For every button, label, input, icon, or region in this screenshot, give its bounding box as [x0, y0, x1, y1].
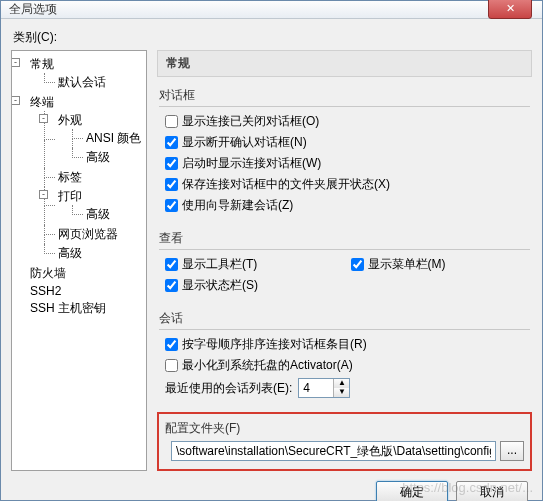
checkbox-label: 显示连接已关闭对话框(O): [182, 113, 319, 130]
expand-icon[interactable]: -: [11, 58, 20, 67]
tree-item-appearance[interactable]: 外观: [58, 113, 82, 127]
checkbox-label: 启动时显示连接对话框(W): [182, 155, 321, 172]
tree-item-advanced[interactable]: 高级: [86, 207, 110, 221]
tree-item-general[interactable]: 常规: [30, 57, 54, 71]
checkbox-show-toolbar[interactable]: [165, 258, 178, 271]
global-options-dialog: 全局选项 ✕ 类别(C): -常规 默认会话 -终端 -外观 A: [0, 0, 543, 501]
group-view: 查看 显示工具栏(T) 显示菜单栏(M) 显示状态栏(S): [159, 230, 530, 296]
checkbox-show-menubar[interactable]: [351, 258, 364, 271]
checkbox-label: 显示断开确认对话框(N): [182, 134, 307, 151]
spin-down-icon[interactable]: ▼: [334, 388, 349, 397]
tree-item-advanced[interactable]: 高级: [58, 246, 82, 260]
cancel-button[interactable]: 取消: [456, 481, 528, 501]
tree-item-tabs[interactable]: 标签: [58, 170, 82, 184]
checkbox-save-expand-state[interactable]: [165, 178, 178, 191]
group-session: 会话 按字母顺序排序连接对话框条目(R) 最小化到系统托盘的Activator(…: [159, 310, 530, 400]
checkbox-label: 保存连接对话框中的文件夹展开状态(X): [182, 176, 390, 193]
category-label: 类别(C):: [13, 29, 532, 46]
checkbox-label: 使用向导新建会话(Z): [182, 197, 293, 214]
expand-icon[interactable]: -: [11, 96, 20, 105]
group-dialogs: 对话框 显示连接已关闭对话框(O) 显示断开确认对话框(N) 启动时显示连接对话…: [159, 87, 530, 216]
window-title: 全局选项: [9, 1, 57, 18]
expand-icon[interactable]: -: [39, 114, 48, 123]
checkbox-show-closed[interactable]: [165, 115, 178, 128]
tree-item-ssh-hostkeys[interactable]: SSH 主机密钥: [30, 301, 106, 315]
group-config-folder: 配置文件夹(F) ...: [157, 412, 532, 471]
tree-item-advanced[interactable]: 高级: [86, 150, 110, 164]
tree-item-ansi-color[interactable]: ANSI 颜色: [86, 131, 141, 145]
tree-item-web-browser[interactable]: 网页浏览器: [58, 227, 118, 241]
tree-item-default-session[interactable]: 默认会话: [58, 75, 106, 89]
tree-item-firewall[interactable]: 防火墙: [30, 266, 66, 280]
expand-icon[interactable]: -: [39, 190, 48, 199]
group-title: 会话: [159, 310, 530, 327]
checkbox-sort-alpha[interactable]: [165, 338, 178, 351]
checkbox-label: 按字母顺序排序连接对话框条目(R): [182, 336, 367, 353]
tree-item-printing[interactable]: 打印: [58, 189, 82, 203]
tree-item-ssh2[interactable]: SSH2: [30, 284, 61, 298]
settings-panel: 常规 对话框 显示连接已关闭对话框(O) 显示断开确认对话框(N) 启动时显示连…: [157, 50, 532, 471]
titlebar: 全局选项 ✕: [1, 1, 542, 19]
config-path-input[interactable]: [171, 441, 496, 461]
close-button[interactable]: ✕: [488, 0, 532, 19]
recent-list-spinner[interactable]: ▲ ▼: [298, 378, 350, 398]
checkbox-use-wizard[interactable]: [165, 199, 178, 212]
checkbox-show-disconnect-confirm[interactable]: [165, 136, 178, 149]
panel-header: 常规: [157, 50, 532, 77]
checkbox-minimize-tray[interactable]: [165, 359, 178, 372]
ok-button[interactable]: 确定: [376, 481, 448, 501]
checkbox-label: 显示菜单栏(M): [368, 256, 446, 273]
category-tree[interactable]: -常规 默认会话 -终端 -外观 ANSI 颜色 高级: [11, 50, 147, 471]
recent-list-label: 最近使用的会话列表(E):: [165, 380, 292, 397]
tree-item-terminal[interactable]: 终端: [30, 95, 54, 109]
checkbox-label: 显示状态栏(S): [182, 277, 258, 294]
checkbox-show-statusbar[interactable]: [165, 279, 178, 292]
checkbox-label: 最小化到系统托盘的Activator(A): [182, 357, 353, 374]
browse-button[interactable]: ...: [500, 441, 524, 461]
group-title: 配置文件夹(F): [165, 420, 524, 437]
dialog-footer: 确定 取消: [11, 471, 532, 501]
group-title: 对话框: [159, 87, 530, 104]
recent-list-input[interactable]: [299, 380, 333, 396]
group-title: 查看: [159, 230, 530, 247]
checkbox-label: 显示工具栏(T): [182, 256, 257, 273]
checkbox-show-connect-startup[interactable]: [165, 157, 178, 170]
